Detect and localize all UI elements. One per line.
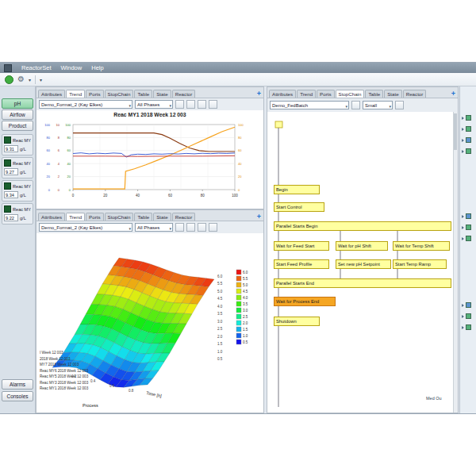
tab-reactor[interactable]: Reactor [403, 90, 427, 98]
svg-text:4.5: 4.5 [217, 297, 223, 301]
svg-text:20: 20 [67, 175, 71, 178]
flow-node-wait-for-ph-shift[interactable]: Wait for pH Shift [336, 241, 388, 251]
chain-tool-icon[interactable] [351, 101, 360, 109]
param-tile[interactable]: Reac MY29.31g/L [2, 134, 33, 155]
tree-item[interactable] [462, 126, 471, 132]
trend-tool-icon-2[interactable] [186, 100, 195, 109]
surface-tool-icon-3[interactable] [198, 223, 206, 232]
flow-node-set-new-ph-setpoint[interactable]: Set new pH Setpoint [336, 259, 391, 269]
svg-text:2.0: 2.0 [243, 321, 248, 325]
add-view-button[interactable]: + [451, 90, 455, 98]
param-tile[interactable]: Reac MY69.34g/L [2, 180, 33, 202]
svg-text:5.5: 5.5 [217, 282, 223, 286]
tree-item[interactable] [462, 302, 471, 308]
svg-text:6.0: 6.0 [243, 271, 248, 274]
param-tile[interactable]: Reac MY49.27g/L [2, 157, 33, 178]
flow-node-start-temp-ramp[interactable]: Start Temp Ramp [393, 259, 447, 269]
expander-icon[interactable] [462, 150, 464, 153]
zoom-dropdown[interactable]: Small [363, 101, 393, 109]
toolbar-dropdown-caret-icon[interactable]: ▾ [40, 77, 42, 83]
flow-node-wait-for-feed-start[interactable]: Wait for Feed Start [274, 241, 329, 251]
status-green-icon[interactable] [5, 75, 13, 84]
expander-icon[interactable] [462, 215, 464, 218]
trend-tool-icon-3[interactable] [198, 100, 206, 109]
tab-state[interactable]: State [384, 90, 401, 98]
flow-scrollbar-thumb[interactable] [454, 113, 457, 150]
tree-item[interactable] [462, 236, 471, 241]
tab-ports[interactable]: Ports [86, 90, 103, 98]
surface-phases-dropdown[interactable]: All Phases [135, 223, 173, 232]
expander-icon[interactable] [462, 304, 464, 307]
expander-icon[interactable] [462, 326, 464, 329]
flow-node-shutdown[interactable]: Shutdown [274, 317, 320, 326]
surface-tool-icon-1[interactable] [175, 223, 184, 232]
stopchain-panel-tabbar: AttributesTrendPortsStopChainTableStateR… [267, 87, 458, 98]
tab-table[interactable]: Table [134, 90, 152, 98]
flow-node-begin[interactable]: Begin [274, 185, 320, 194]
trend-phases-dropdown[interactable]: All Phases [135, 100, 173, 109]
tab-attributes[interactable]: Attributes [269, 90, 296, 98]
flow-node-start-feed-profile[interactable]: Start Feed Profile [274, 259, 329, 269]
gear-icon[interactable]: ⚙ [17, 75, 25, 83]
add-view-button[interactable]: + [257, 213, 261, 221]
flow-node-start-control[interactable]: Start Control [274, 202, 324, 212]
surface-tool-icon-2[interactable] [186, 223, 195, 232]
tab-ports[interactable]: Ports [317, 90, 334, 98]
gear-dropdown-caret-icon[interactable]: ▾ [29, 77, 31, 83]
trend-format-dropdown[interactable]: Demo_Format_2 (Kay Elkes) [39, 100, 132, 109]
tab-attributes[interactable]: Attributes [38, 90, 65, 98]
zoom-tool-icon[interactable] [395, 101, 404, 109]
tab-trend[interactable]: Trend [297, 90, 316, 98]
param-tile[interactable]: Reac MY89.22g/L [2, 203, 33, 225]
flow-node-wait-for-temp-shift[interactable]: Wait for Temp Shift [393, 241, 450, 251]
tab-stopchain[interactable]: StopChain [336, 90, 365, 98]
tab-reactor[interactable]: Reactor [172, 213, 196, 221]
view-button-product[interactable]: Product [2, 121, 33, 131]
tab-state[interactable]: State [153, 213, 171, 221]
tab-table[interactable]: Table [134, 213, 152, 221]
tree-item[interactable] [462, 137, 471, 143]
tab-stopchain[interactable]: StopChain [105, 90, 134, 98]
menu-help[interactable]: Help [91, 64, 103, 71]
tree-item[interactable] [462, 115, 471, 121]
add-view-button[interactable]: + [257, 90, 261, 98]
tab-state[interactable]: State [153, 90, 171, 98]
surface-tool-icon-4[interactable] [209, 223, 217, 232]
tab-attributes[interactable]: Attributes [38, 213, 65, 221]
view-button-airflow[interactable]: Airflow [2, 109, 33, 120]
consoles-button[interactable]: Consoles [2, 391, 33, 401]
chain-dropdown[interactable]: Demo_FedBatch [270, 101, 349, 109]
menu-reactorset[interactable]: ReactorSet [21, 64, 52, 71]
reactor-icon [466, 236, 471, 241]
flow-node-parallel-starts-end[interactable]: Parallel Starts End [274, 278, 451, 288]
tab-reactor[interactable]: Reactor [172, 90, 196, 98]
expander-icon[interactable] [462, 237, 464, 240]
tree-item[interactable] [462, 324, 471, 330]
tab-trend[interactable]: Trend [66, 90, 85, 98]
trend-tool-icon-4[interactable] [209, 100, 217, 109]
tab-trend[interactable]: Trend [66, 213, 85, 221]
tree-item[interactable] [462, 213, 471, 219]
tab-table[interactable]: Table [365, 90, 383, 98]
trend-tool-icon-1[interactable] [175, 100, 184, 109]
svg-text:Reac MY6 2018 Week 12 003: Reac MY6 2018 Week 12 003 [40, 369, 89, 373]
expander-icon[interactable] [462, 128, 464, 131]
surface-format-dropdown[interactable]: Demo_Format_2 (Kay Elkes) [39, 223, 132, 232]
tab-stopchain[interactable]: StopChain [105, 213, 134, 221]
alarms-button[interactable]: Alarms [2, 379, 33, 390]
expander-icon[interactable] [462, 117, 464, 120]
expander-icon[interactable] [462, 315, 464, 318]
svg-text:80: 80 [47, 136, 51, 140]
expander-icon[interactable] [462, 226, 464, 229]
menu-window[interactable]: Window [61, 64, 83, 71]
flow-scrollbar[interactable] [453, 112, 458, 413]
tree-item[interactable] [462, 148, 471, 154]
tree-item[interactable] [462, 313, 471, 319]
flow-node-wait-for-process-end[interactable]: Wait for Process End [274, 297, 336, 306]
tree-item[interactable] [462, 225, 471, 230]
view-button-ph[interactable]: pH [2, 98, 33, 109]
svg-text:1.0: 1.0 [243, 334, 248, 338]
flow-node-parallel-starts-begin[interactable]: Parallel Starts Begin [274, 221, 451, 231]
tab-ports[interactable]: Ports [86, 213, 103, 221]
expander-icon[interactable] [462, 139, 464, 142]
